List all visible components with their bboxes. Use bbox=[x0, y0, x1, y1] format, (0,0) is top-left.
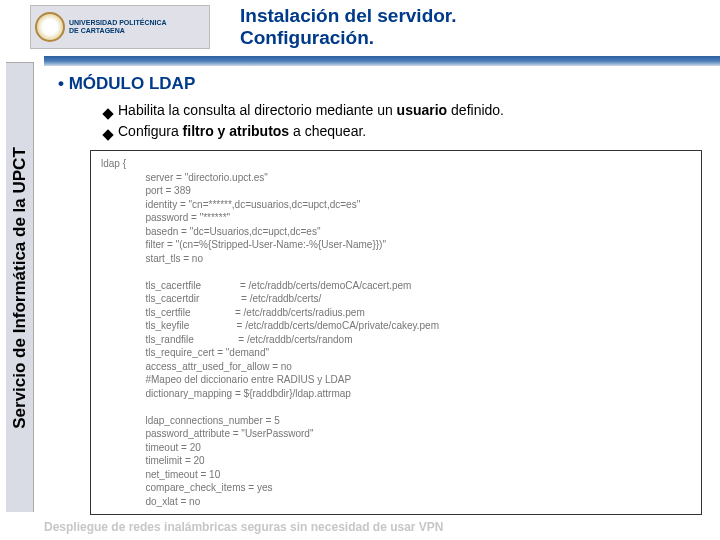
section-title: • MÓDULO LDAP bbox=[58, 74, 712, 94]
b1-post: definido. bbox=[447, 102, 504, 118]
sidebar: Servicio de Informática de la UPCT bbox=[6, 62, 34, 512]
b1-bold: usuario bbox=[397, 102, 448, 118]
header-divider bbox=[44, 56, 720, 66]
sidebar-label: Servicio de Informática de la UPCT bbox=[10, 147, 30, 429]
footer-text: Despliegue de redes inalámbricas seguras… bbox=[44, 520, 444, 534]
header: UNIVERSIDAD POLITÉCNICA DE CARTAGENA Ins… bbox=[0, 0, 720, 56]
b2-pre: Configura bbox=[118, 123, 183, 139]
bullet-icon bbox=[102, 108, 113, 119]
bullet-icon bbox=[102, 129, 113, 140]
logo-line1: UNIVERSIDAD POLITÉCNICA bbox=[69, 19, 167, 27]
b1-pre: Habilita la consulta al directorio media… bbox=[118, 102, 397, 118]
b2-post: a chequear. bbox=[289, 123, 366, 139]
bullet-list: Habilita la consulta al directorio media… bbox=[104, 100, 712, 142]
code-block: ldap { server = "directorio.upct.es" por… bbox=[90, 150, 702, 515]
university-logo: UNIVERSIDAD POLITÉCNICA DE CARTAGENA bbox=[30, 5, 210, 49]
bullet-1: Habilita la consulta al directorio media… bbox=[104, 100, 712, 121]
title-line2: Configuración. bbox=[240, 27, 456, 49]
title-line1: Instalación del servidor. bbox=[240, 5, 456, 27]
bullet-2: Configura filtro y atributos a chequear. bbox=[104, 121, 712, 142]
b2-bold: filtro y atributos bbox=[183, 123, 290, 139]
page-title: Instalación del servidor. Configuración. bbox=[240, 5, 456, 49]
seal-icon bbox=[35, 12, 65, 42]
logo-line2: DE CARTAGENA bbox=[69, 27, 167, 35]
content: • MÓDULO LDAP Habilita la consulta al di… bbox=[44, 72, 712, 510]
